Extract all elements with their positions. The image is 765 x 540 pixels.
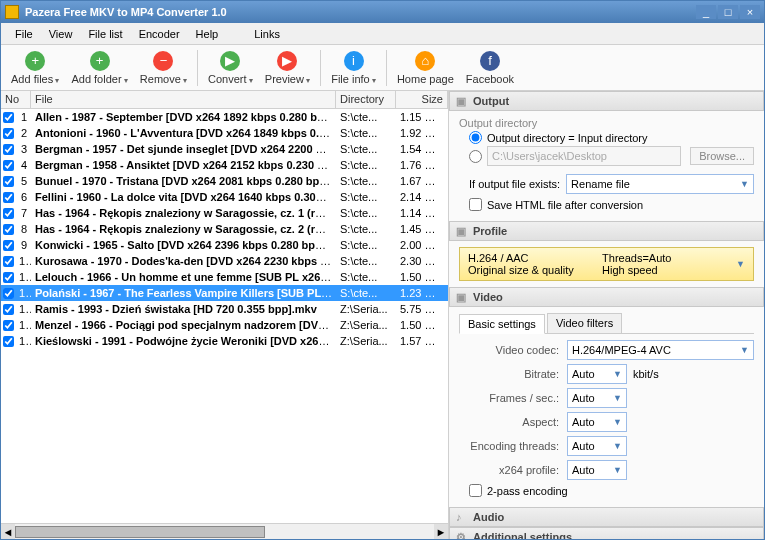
toolbar-remove[interactable]: −Remove ▾ xyxy=(134,49,193,87)
table-row[interactable]: 9Konwicki - 1965 - Salto [DVD x264 2396 … xyxy=(1,237,448,253)
col-file[interactable]: File xyxy=(31,91,336,108)
table-row[interactable]: 4Bergman - 1958 - Ansiktet [DVD x264 215… xyxy=(1,157,448,173)
list-body[interactable]: 1Allen - 1987 - September [DVD x264 1892… xyxy=(1,109,448,523)
table-row[interactable]: 1Allen - 1987 - September [DVD x264 1892… xyxy=(1,109,448,125)
row-filename: Allen - 1987 - September [DVD x264 1892 … xyxy=(31,111,336,123)
output-same-dir-label: Output directory = Input directory xyxy=(487,132,648,144)
close-button[interactable]: × xyxy=(740,5,760,19)
codec-combo[interactable]: H.264/MPEG-4 AVC▼ xyxy=(567,340,754,360)
menu-encoder[interactable]: Encoder xyxy=(131,26,188,42)
toolbar-add-folder[interactable]: +Add folder ▾ xyxy=(65,49,133,87)
scroll-right-arrow[interactable]: ► xyxy=(434,524,448,539)
profile-panel-header[interactable]: ▣Profile xyxy=(449,221,764,241)
row-checkbox[interactable] xyxy=(3,160,14,171)
toolbar-file-info[interactable]: iFile info ▾ xyxy=(325,49,382,87)
save-html-checkbox[interactable] xyxy=(469,198,482,211)
fps-combo[interactable]: Auto▼ xyxy=(567,388,627,408)
row-checkbox[interactable] xyxy=(3,272,14,283)
toolbar-facebook[interactable]: fFacebook xyxy=(460,49,520,87)
aspect-combo[interactable]: Auto▼ xyxy=(567,412,627,432)
row-number: 13 xyxy=(15,303,31,315)
file-exists-combo[interactable]: Rename file▼ xyxy=(566,174,754,194)
row-checkbox[interactable] xyxy=(3,336,14,347)
tab-video-filters[interactable]: Video filters xyxy=(547,313,622,333)
table-row[interactable]: 5Bunuel - 1970 - Tristana [DVD x264 2081… xyxy=(1,173,448,189)
chevron-down-icon: ▼ xyxy=(613,417,622,427)
facebook-icon: f xyxy=(480,51,500,71)
output-custom-dir-radio[interactable] xyxy=(469,150,482,163)
row-number: 15 xyxy=(15,335,31,347)
row-checkbox[interactable] xyxy=(3,240,14,251)
scroll-left-arrow[interactable]: ◄ xyxy=(1,524,15,539)
toolbar-home-page[interactable]: ⌂Home page xyxy=(391,49,460,87)
output-same-dir-radio[interactable] xyxy=(469,131,482,144)
browse-button[interactable]: Browse... xyxy=(690,147,754,165)
row-checkbox[interactable] xyxy=(3,304,14,315)
output-icon: ▣ xyxy=(456,95,468,107)
row-checkbox[interactable] xyxy=(3,208,14,219)
row-size: 1.50 GB xyxy=(396,271,448,283)
row-checkbox[interactable] xyxy=(3,176,14,187)
table-row[interactable]: 11Lelouch - 1966 - Un homme et une femme… xyxy=(1,269,448,285)
menu-view[interactable]: View xyxy=(41,26,81,42)
horizontal-scrollbar[interactable]: ◄ ► xyxy=(1,523,448,539)
output-panel-header[interactable]: ▣Output xyxy=(449,91,764,111)
row-checkbox[interactable] xyxy=(3,144,14,155)
menu-help[interactable]: Help xyxy=(188,26,227,42)
row-checkbox[interactable] xyxy=(3,192,14,203)
table-row[interactable]: 12Polański - 1967 - The Fearless Vampire… xyxy=(1,285,448,301)
table-row[interactable]: 3Bergman - 1957 - Det sjunde inseglet [D… xyxy=(1,141,448,157)
col-no[interactable]: No xyxy=(1,91,31,108)
table-row[interactable]: 8Has - 1964 - Rękopis znaleziony w Sarag… xyxy=(1,221,448,237)
minimize-button[interactable]: _ xyxy=(696,5,716,19)
row-number: 8 xyxy=(15,223,31,235)
toolbar-label: Add folder ▾ xyxy=(71,73,127,85)
video-icon: ▣ xyxy=(456,291,468,303)
additional-panel-header[interactable]: ⚙Additional settings xyxy=(449,527,764,539)
table-row[interactable]: 14Menzel - 1966 - Pociągi pod specjalnym… xyxy=(1,317,448,333)
row-checkbox[interactable] xyxy=(3,112,14,123)
toolbar-add-files[interactable]: +Add files ▾ xyxy=(5,49,65,87)
col-size[interactable]: Size xyxy=(396,91,448,108)
codec-label: Video codec: xyxy=(459,344,559,356)
threads-combo[interactable]: Auto▼ xyxy=(567,436,627,456)
output-path-input[interactable] xyxy=(487,146,681,166)
menu-file-list[interactable]: File list xyxy=(80,26,130,42)
bitrate-combo[interactable]: Auto▼ xyxy=(567,364,627,384)
toolbar-label: Remove ▾ xyxy=(140,73,187,85)
row-size: 5.75 GB xyxy=(396,303,448,315)
toolbar-preview[interactable]: ▶Preview ▾ xyxy=(259,49,316,87)
audio-panel-header[interactable]: ♪Audio xyxy=(449,507,764,527)
row-size: 1.14 GB xyxy=(396,207,448,219)
row-filename: Bergman - 1958 - Ansiktet [DVD x264 2152… xyxy=(31,159,336,171)
row-checkbox[interactable] xyxy=(3,320,14,331)
table-row[interactable]: 6Fellini - 1960 - La dolce vita [DVD x26… xyxy=(1,189,448,205)
scroll-thumb[interactable] xyxy=(15,526,265,538)
menu-file[interactable]: File xyxy=(7,26,41,42)
window-title: Pazera Free MKV to MP4 Converter 1.0 xyxy=(25,6,694,18)
row-directory: Z:\Seria... xyxy=(336,303,396,315)
2pass-checkbox[interactable] xyxy=(469,484,482,497)
table-row[interactable]: 7Has - 1964 - Rękopis znaleziony w Sarag… xyxy=(1,205,448,221)
row-checkbox[interactable] xyxy=(3,288,14,299)
row-filename: Has - 1964 - Rękopis znaleziony w Sarago… xyxy=(31,207,336,219)
row-checkbox[interactable] xyxy=(3,128,14,139)
col-directory[interactable]: Directory xyxy=(336,91,396,108)
menu-links[interactable]: Links xyxy=(246,26,288,42)
table-row[interactable]: 10Kurosawa - 1970 - Dodes'ka-den [DVD x2… xyxy=(1,253,448,269)
video-panel-header[interactable]: ▣Video xyxy=(449,287,764,307)
table-row[interactable]: 13Ramis - 1993 - Dzień świstaka [HD 720 … xyxy=(1,301,448,317)
row-checkbox[interactable] xyxy=(3,256,14,267)
profile-selector[interactable]: H.264 / AAC Original size & quality Thre… xyxy=(459,247,754,281)
x264-combo[interactable]: Auto▼ xyxy=(567,460,627,480)
row-checkbox[interactable] xyxy=(3,224,14,235)
toolbar-convert[interactable]: ▶Convert ▾ xyxy=(202,49,259,87)
gear-icon: ⚙ xyxy=(456,531,468,539)
toolbar-label: File info ▾ xyxy=(331,73,376,85)
maximize-button[interactable]: □ xyxy=(718,5,738,19)
row-directory: S:\cte... xyxy=(336,223,396,235)
row-directory: S:\cte... xyxy=(336,175,396,187)
table-row[interactable]: 2Antonioni - 1960 - L'Avventura [DVD x26… xyxy=(1,125,448,141)
tab-basic-settings[interactable]: Basic settings xyxy=(459,314,545,334)
table-row[interactable]: 15Kieślowski - 1991 - Podwójne życie Wer… xyxy=(1,333,448,349)
